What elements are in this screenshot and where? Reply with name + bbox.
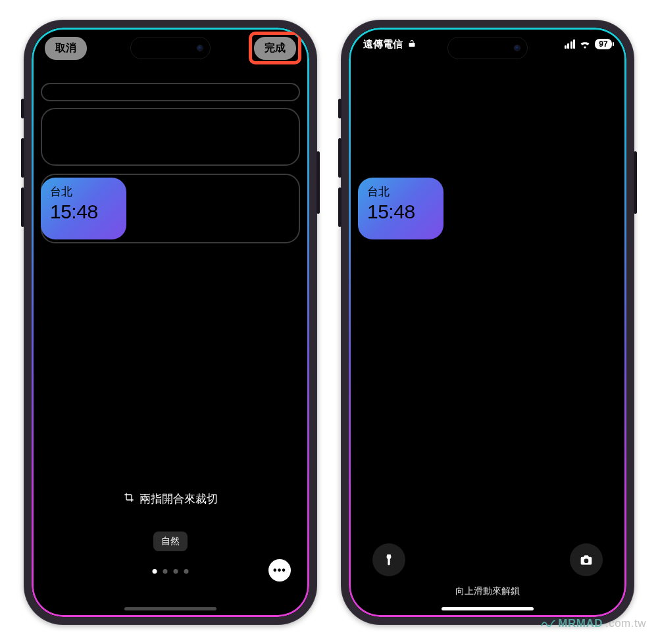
flashlight-button[interactable] [372, 543, 405, 576]
cancel-button[interactable]: 取消 [45, 37, 87, 60]
volume-up [338, 138, 342, 178]
swipe-up-hint: 向上滑動來解鎖 [349, 585, 626, 597]
wifi-icon [579, 40, 591, 49]
carrier-label: 遠傳電信 [363, 38, 403, 51]
volume-up [21, 138, 24, 178]
clock-widget[interactable]: 台北 15:48 [41, 178, 126, 239]
volume-down [338, 187, 342, 227]
pager-dot [163, 569, 168, 574]
watermark: MRMAD.com.tw [541, 616, 646, 631]
volume-down [21, 187, 24, 227]
phone-left: 取消 完成 台北 15:48 兩指開合來裁切 自然 ••• [24, 20, 317, 625]
crop-hint: 兩指開合來裁切 [32, 491, 309, 507]
home-indicator[interactable] [442, 607, 534, 610]
done-button[interactable]: 完成 [254, 37, 296, 60]
camera-button[interactable] [570, 543, 603, 576]
home-indicator[interactable] [124, 607, 216, 610]
pager[interactable] [153, 569, 189, 574]
filter-chip[interactable]: 自然 [153, 532, 188, 551]
power-button [634, 151, 637, 214]
screen-lock: 遠傳電信 97 台北 15:48 [349, 28, 626, 617]
watermark-logo-icon [541, 616, 555, 631]
lock-open-icon [408, 39, 416, 50]
crop-hint-text: 兩指開合來裁切 [139, 491, 218, 507]
status-bar: 遠傳電信 97 [349, 38, 626, 51]
power-button [316, 151, 320, 214]
silence-switch [338, 99, 342, 118]
time-widget-slot[interactable] [41, 108, 300, 166]
clock-widget: 台北 15:48 [358, 178, 443, 239]
date-widget-slot[interactable] [41, 83, 300, 101]
more-options-button[interactable]: ••• [268, 559, 291, 582]
screen-editor: 取消 完成 台北 15:48 兩指開合來裁切 自然 ••• [32, 28, 309, 617]
clock-widget-city: 台北 [367, 184, 434, 199]
pager-dot [174, 569, 178, 574]
phone-right: 遠傳電信 97 台北 15:48 [341, 20, 634, 625]
silence-switch [21, 99, 24, 118]
crop-icon [124, 492, 134, 505]
pager-dot [153, 569, 157, 574]
clock-widget-time: 15:48 [367, 201, 434, 223]
wallpaper-gradient-border [349, 28, 626, 617]
clock-widget-time: 15:48 [50, 201, 117, 223]
clock-widget-city: 台北 [50, 184, 117, 199]
cellular-signal-icon [565, 39, 576, 49]
watermark-tld: .com.tw [605, 617, 646, 630]
pager-dot [184, 569, 189, 574]
watermark-brand: MRMAD [558, 617, 603, 630]
battery-indicator: 97 [595, 39, 612, 49]
